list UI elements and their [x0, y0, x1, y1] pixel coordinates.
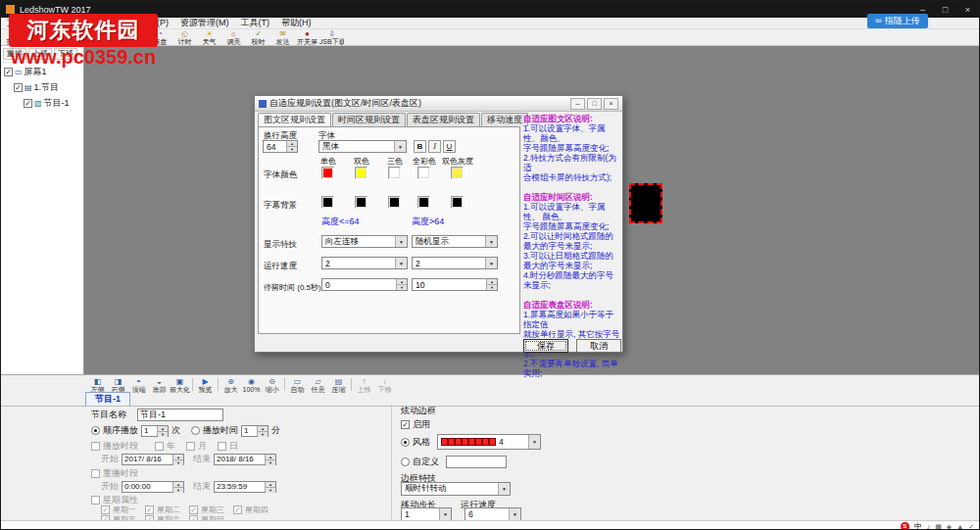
menu-resource[interactable]: 资源管理(M) [174, 17, 235, 29]
sequence-count-stepper[interactable]: 1▲▼ [141, 425, 169, 437]
tab-time-area-rules[interactable]: 时间区规则设置 [332, 113, 406, 126]
thursday-checkbox[interactable]: ✓ [233, 506, 242, 514]
time-start-input[interactable]: 0:00:00▲▼ [122, 481, 184, 493]
day-checkbox[interactable]: ✓ [218, 442, 226, 451]
wednesday-checkbox[interactable]: ✓ [189, 506, 198, 514]
maximize-area-button[interactable]: ▣最大化 [170, 377, 190, 393]
font-color-swatch[interactable] [417, 167, 430, 179]
stepper-arrows-icon[interactable]: ▲▼ [172, 482, 183, 492]
week-checkbox[interactable]: ✓ [91, 496, 100, 505]
dialog-minimize-button[interactable]: – [570, 98, 585, 110]
menu-help[interactable]: 帮助(H) [275, 17, 318, 29]
tree-item-area[interactable]: ✓ ▧ 节目-1 [1, 94, 83, 110]
effect-low-select[interactable]: 向左连移▼ [321, 235, 408, 248]
dialog-maximize-button[interactable]: □ [587, 98, 602, 110]
zoom-level-button[interactable]: ◉100% [241, 377, 262, 393]
move-down-button[interactable]: ↓下移 [374, 377, 395, 393]
align-right-button[interactable]: ◨右侧 [108, 377, 128, 393]
chevron-down-icon[interactable]: ▼ [485, 258, 497, 268]
area-checkbox[interactable]: ✓ [24, 99, 32, 108]
dialog-title-bar[interactable]: 自适应规则设置(图文区/时间区/表盘区) – □ × [255, 96, 622, 112]
chevron-down-icon[interactable]: ▼ [439, 508, 451, 520]
menu-tools[interactable]: 工具(T) [235, 17, 276, 29]
chevron-down-icon[interactable]: ▼ [528, 435, 540, 449]
stepper-arrows-icon[interactable]: ▲▼ [257, 426, 268, 436]
zoom-in-button[interactable]: ⊕放大 [220, 377, 241, 393]
timer-button[interactable]: ◵计时 [172, 29, 197, 45]
chevron-down-icon[interactable]: ▼ [395, 258, 407, 268]
program-name-input[interactable]: 节目-1 [137, 409, 223, 421]
speed-high-select[interactable]: 2▼ [412, 257, 498, 269]
auto-layout-button[interactable]: ▭自动 [287, 377, 308, 393]
bg-color-swatch[interactable] [321, 196, 334, 209]
month-checkbox[interactable]: ✓ [186, 442, 195, 451]
stepper-arrows-icon[interactable]: ▲▼ [172, 455, 183, 464]
chevron-down-icon[interactable]: ▼ [394, 141, 406, 152]
font-color-swatch[interactable] [355, 167, 368, 179]
border-effect-select[interactable]: 顺时针转动 ▼ [401, 482, 511, 496]
align-bottom-button[interactable]: ◒底部 [149, 377, 170, 393]
network-icon[interactable]: ◈ [947, 522, 952, 530]
play-duration-radio[interactable] [191, 426, 200, 435]
display-icon[interactable]: ▦ [935, 522, 942, 530]
stepper-arrows-icon[interactable]: ▲▼ [265, 455, 275, 464]
site-logo-icon[interactable]: S [901, 522, 909, 530]
program-tab[interactable]: 节目-1 [85, 392, 130, 406]
border-style-select[interactable]: 4 ▼ [437, 434, 541, 450]
tab-dial-area-rules[interactable]: 表盘区规则设置 [407, 113, 480, 126]
date-range-checkbox[interactable]: ✓ [91, 442, 100, 451]
close-button[interactable]: × [956, 1, 979, 18]
chevron-down-icon[interactable]: ▼ [509, 508, 520, 520]
bold-button[interactable]: B [414, 140, 426, 153]
check-icon[interactable]: ✓ [968, 522, 974, 530]
brightness-button[interactable]: ☼调亮 [221, 29, 246, 45]
border-speed-select[interactable]: 6 ▼ [465, 507, 521, 521]
save-dialog-button[interactable]: 保存 [523, 339, 568, 353]
align-top-button[interactable]: ◓顶端 [128, 377, 149, 393]
send-button[interactable]: ✉发送 [270, 29, 295, 45]
program-checkbox[interactable]: ✓ [14, 83, 23, 92]
date-start-input[interactable]: 2017/ 8/16▲▼ [122, 454, 184, 465]
border-custom-input[interactable] [446, 456, 507, 468]
cloud-upload-button[interactable]: ∞ 指随上传 [867, 14, 928, 28]
screen-power-button[interactable]: ●开关屏 [295, 29, 319, 45]
chevron-down-icon[interactable]: ▼ [395, 236, 407, 247]
border-step-select[interactable]: 1 ▼ [401, 507, 452, 521]
sequence-play-radio[interactable] [91, 426, 100, 435]
maximize-button[interactable]: □ [934, 1, 956, 18]
tab-text-area-rules[interactable]: 图文区规则设置 [258, 113, 331, 126]
stepper-arrows-icon[interactable]: ▲▼ [265, 482, 275, 492]
update-icon[interactable]: ▲ [956, 522, 963, 530]
duration-stepper[interactable]: 1▲▼ [241, 425, 269, 437]
stay-high-stepper[interactable]: 10▲▼ [412, 278, 498, 291]
weather-button[interactable]: ☀天气 [197, 29, 221, 45]
bg-color-swatch[interactable] [451, 196, 464, 209]
date-end-input[interactable]: 2018/ 8/16▲▼ [214, 454, 276, 465]
compress-button[interactable]: ▤压缩 [328, 377, 349, 393]
speed-low-select[interactable]: 2▼ [321, 257, 408, 269]
tree-item-program[interactable]: ✓ ▤ 1.节目 [1, 78, 83, 94]
border-enable-checkbox[interactable]: ✓ [401, 420, 410, 429]
font-color-swatch[interactable] [321, 167, 334, 179]
time-range-checkbox[interactable]: ✓ [91, 469, 100, 478]
border-custom-radio[interactable] [401, 458, 410, 466]
free-layout-button[interactable]: ▱任意 [308, 377, 328, 393]
year-checkbox[interactable]: ✓ [155, 442, 164, 451]
underline-button[interactable]: U [443, 140, 456, 153]
tuesday-checkbox[interactable]: ✓ [145, 506, 154, 514]
preview-button[interactable]: ▶预览 [195, 377, 216, 393]
time-end-input[interactable]: 23:59:59▲▼ [214, 481, 276, 493]
chevron-down-icon[interactable]: ▼ [485, 236, 497, 247]
line-height-stepper[interactable]: 64 ▲▼ [263, 140, 298, 153]
stepper-arrows-icon[interactable]: ▲▼ [486, 279, 497, 290]
font-select[interactable]: 黑体 ▼ [318, 140, 407, 153]
stay-low-stepper[interactable]: 0▲▼ [321, 278, 408, 291]
led-area-preview[interactable] [629, 183, 662, 223]
chevron-down-icon[interactable]: ▼ [498, 483, 510, 495]
stepper-arrows-icon[interactable]: ▲▼ [396, 279, 407, 290]
bg-color-swatch[interactable] [388, 196, 401, 209]
font-color-swatch[interactable] [451, 167, 464, 179]
tab-move-speed[interactable]: 移动速度 [481, 113, 528, 126]
screen-checkbox[interactable]: ✓ [4, 68, 13, 76]
border-style-radio[interactable] [401, 438, 410, 447]
